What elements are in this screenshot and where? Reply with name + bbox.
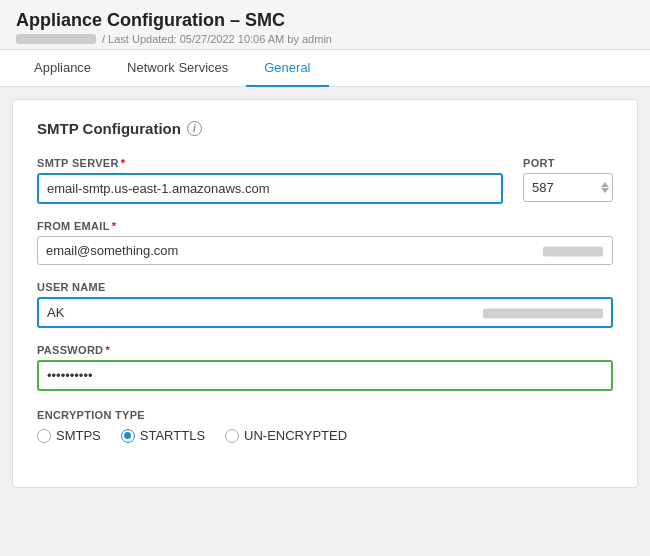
username-wrapper [37,297,613,328]
username-input[interactable] [37,297,613,328]
password-group: PASSWORD* [37,344,613,391]
port-input[interactable] [523,173,613,202]
port-increment[interactable] [601,182,609,187]
radio-label-starttls: STARTTLS [140,428,205,443]
from-email-label: FROM EMAIL* [37,220,613,232]
section-title: SMTP Configuration i [37,120,613,137]
port-group: PORT [523,157,613,204]
from-email-input[interactable] [37,236,613,265]
breadcrumb-image [16,34,96,44]
tab-appliance[interactable]: Appliance [16,50,109,87]
smtp-port-row: SMTP SERVER* PORT [37,157,613,204]
encryption-radio-group: SMTPS STARTTLS UN-ENCRYPTED [37,428,613,443]
info-icon[interactable]: i [187,121,202,136]
tab-network-services[interactable]: Network Services [109,50,246,87]
password-input[interactable] [37,360,613,391]
radio-smtps[interactable]: SMTPS [37,428,101,443]
port-wrapper [523,173,613,202]
radio-unencrypted[interactable]: UN-ENCRYPTED [225,428,347,443]
radio-circle-smtps [37,429,51,443]
username-group: USER NAME [37,281,613,328]
radio-starttls[interactable]: STARTTLS [121,428,205,443]
radio-label-unencrypted: UN-ENCRYPTED [244,428,347,443]
last-updated-text: / Last Updated: 05/27/2022 10:06 AM by a… [102,33,332,45]
encryption-row: ENCRYPTION TYPE SMTPS STARTTLS UN-ENCRYP… [37,407,613,443]
radio-circle-unencrypted [225,429,239,443]
smtp-server-input[interactable] [37,173,503,204]
smtp-server-group: SMTP SERVER* [37,157,503,204]
main-content: SMTP Configuration i SMTP SERVER* PORT [12,99,638,488]
radio-dot-starttls [124,432,131,439]
radio-label-smtps: SMTPS [56,428,101,443]
from-email-row: FROM EMAIL* [37,220,613,265]
port-decrement[interactable] [601,188,609,193]
port-label: PORT [523,157,613,169]
from-email-group: FROM EMAIL* [37,220,613,265]
password-row: PASSWORD* [37,344,613,391]
username-row: USER NAME [37,281,613,328]
tabs-bar: Appliance Network Services General [0,50,650,87]
password-label: PASSWORD* [37,344,613,356]
page-header: Appliance Configuration – SMC / Last Upd… [0,0,650,50]
radio-circle-starttls [121,429,135,443]
smtp-server-label: SMTP SERVER* [37,157,503,169]
page-title: Appliance Configuration – SMC [16,10,634,31]
username-label: USER NAME [37,281,613,293]
from-email-wrapper [37,236,613,265]
encryption-label: ENCRYPTION TYPE [37,409,145,421]
page-subtitle: / Last Updated: 05/27/2022 10:06 AM by a… [16,33,634,45]
port-spinner[interactable] [601,182,609,193]
tab-general[interactable]: General [246,50,328,87]
